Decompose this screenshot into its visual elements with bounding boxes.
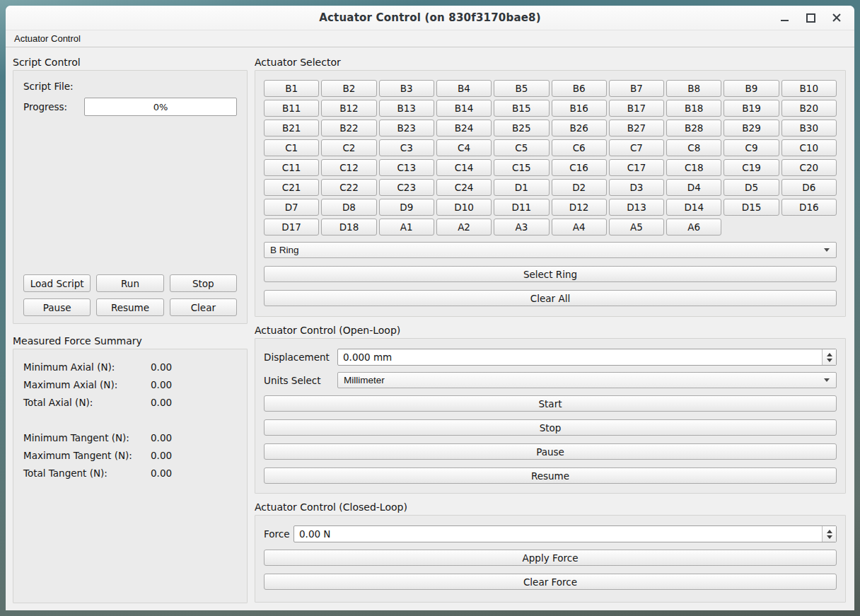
actuator-c13-button[interactable]: C13 (379, 159, 434, 176)
actuator-c6-button[interactable]: C6 (552, 139, 607, 156)
units-select-dropdown[interactable]: Millimeter (337, 372, 837, 388)
actuator-d17-button[interactable]: D17 (264, 219, 319, 236)
actuator-b15-button[interactable]: B15 (494, 100, 549, 117)
actuator-b4-button[interactable]: B4 (436, 80, 492, 97)
actuator-b14-button[interactable]: B14 (436, 100, 492, 117)
actuator-d13-button[interactable]: D13 (609, 199, 664, 216)
actuator-a6-button[interactable]: A6 (666, 219, 721, 236)
pause-button[interactable]: Pause (23, 298, 91, 316)
clear-force-button[interactable]: Clear Force (264, 574, 837, 590)
actuator-b25-button[interactable]: B25 (494, 120, 549, 136)
actuator-d4-button[interactable]: D4 (666, 179, 721, 196)
load-script-button[interactable]: Load Script (23, 274, 91, 292)
actuator-c7-button[interactable]: C7 (609, 139, 664, 156)
actuator-b5-button[interactable]: B5 (494, 80, 549, 97)
actuator-b29-button[interactable]: B29 (724, 120, 779, 136)
actuator-b30-button[interactable]: B30 (781, 120, 837, 136)
actuator-b2-button[interactable]: B2 (321, 80, 376, 97)
displacement-spin-buttons[interactable] (822, 349, 836, 365)
actuator-b3-button[interactable]: B3 (379, 80, 434, 97)
actuator-d7-button[interactable]: D7 (264, 199, 319, 216)
actuator-d8-button[interactable]: D8 (321, 199, 376, 216)
actuator-b12-button[interactable]: B12 (321, 100, 376, 117)
actuator-b26-button[interactable]: B26 (552, 120, 607, 136)
actuator-b7-button[interactable]: B7 (609, 80, 664, 97)
close-button[interactable] (829, 10, 844, 25)
actuator-b10-button[interactable]: B10 (781, 80, 837, 97)
menu-actuator-control[interactable]: Actuator Control (9, 32, 86, 45)
actuator-c1-button[interactable]: C1 (264, 139, 319, 156)
actuator-c19-button[interactable]: C19 (724, 159, 779, 176)
spin-up-icon[interactable] (827, 353, 832, 356)
select-ring-button[interactable]: Select Ring (264, 266, 837, 282)
actuator-b8-button[interactable]: B8 (666, 80, 721, 97)
apply-force-button[interactable]: Apply Force (264, 550, 837, 566)
actuator-b16-button[interactable]: B16 (552, 100, 607, 117)
actuator-d6-button[interactable]: D6 (781, 179, 837, 196)
actuator-d14-button[interactable]: D14 (666, 199, 721, 216)
force-spin-buttons[interactable] (822, 526, 836, 542)
actuator-b17-button[interactable]: B17 (609, 100, 664, 117)
actuator-b22-button[interactable]: B22 (321, 120, 376, 136)
actuator-b21-button[interactable]: B21 (264, 120, 319, 136)
stop-button[interactable]: Stop (170, 274, 237, 292)
actuator-b6-button[interactable]: B6 (552, 80, 607, 97)
actuator-b27-button[interactable]: B27 (609, 120, 664, 136)
open-loop-resume-button[interactable]: Resume (264, 467, 837, 484)
run-button[interactable]: Run (96, 274, 163, 292)
open-loop-pause-button[interactable]: Pause (264, 443, 837, 460)
actuator-d11-button[interactable]: D11 (494, 199, 549, 216)
actuator-b24-button[interactable]: B24 (436, 120, 492, 136)
actuator-c10-button[interactable]: C10 (781, 139, 837, 156)
actuator-c24-button[interactable]: C24 (436, 179, 492, 196)
actuator-c21-button[interactable]: C21 (264, 179, 319, 196)
ring-select-dropdown[interactable]: B Ring (264, 242, 837, 258)
resume-button[interactable]: Resume (96, 298, 163, 316)
actuator-c20-button[interactable]: C20 (781, 159, 837, 176)
actuator-d3-button[interactable]: D3 (609, 179, 664, 196)
clear-button[interactable]: Clear (170, 298, 237, 316)
actuator-a5-button[interactable]: A5 (609, 219, 664, 236)
force-spinbox[interactable] (294, 525, 837, 542)
actuator-d10-button[interactable]: D10 (436, 199, 492, 216)
actuator-d16-button[interactable]: D16 (781, 199, 837, 216)
actuator-a3-button[interactable]: A3 (494, 219, 549, 236)
actuator-c5-button[interactable]: C5 (494, 139, 549, 156)
actuator-d18-button[interactable]: D18 (321, 219, 376, 236)
spin-down-icon[interactable] (827, 359, 832, 362)
actuator-c8-button[interactable]: C8 (666, 139, 721, 156)
actuator-b20-button[interactable]: B20 (781, 100, 837, 117)
actuator-a4-button[interactable]: A4 (552, 219, 607, 236)
actuator-b28-button[interactable]: B28 (666, 120, 721, 136)
actuator-b11-button[interactable]: B11 (264, 100, 319, 117)
actuator-c9-button[interactable]: C9 (724, 139, 779, 156)
actuator-c22-button[interactable]: C22 (321, 179, 376, 196)
minimize-button[interactable] (777, 10, 792, 25)
maximize-button[interactable] (803, 10, 818, 25)
actuator-d5-button[interactable]: D5 (724, 179, 779, 196)
actuator-d15-button[interactable]: D15 (724, 199, 779, 216)
actuator-b23-button[interactable]: B23 (379, 120, 434, 136)
actuator-c11-button[interactable]: C11 (264, 159, 319, 176)
displacement-spinbox[interactable] (337, 349, 837, 366)
actuator-c18-button[interactable]: C18 (666, 159, 721, 176)
actuator-c15-button[interactable]: C15 (494, 159, 549, 176)
actuator-c23-button[interactable]: C23 (379, 179, 434, 196)
actuator-b9-button[interactable]: B9 (724, 80, 779, 97)
actuator-c2-button[interactable]: C2 (321, 139, 376, 156)
title-bar[interactable]: Actuator Control (on 830f3170bae8) (6, 6, 854, 30)
actuator-c4-button[interactable]: C4 (436, 139, 492, 156)
actuator-d2-button[interactable]: D2 (552, 179, 607, 196)
open-loop-start-button[interactable]: Start (264, 395, 837, 412)
actuator-c16-button[interactable]: C16 (552, 159, 607, 176)
actuator-d1-button[interactable]: D1 (494, 179, 549, 196)
actuator-c14-button[interactable]: C14 (436, 159, 492, 176)
actuator-c12-button[interactable]: C12 (321, 159, 376, 176)
actuator-c17-button[interactable]: C17 (609, 159, 664, 176)
actuator-b13-button[interactable]: B13 (379, 100, 434, 117)
displacement-input[interactable] (338, 349, 822, 365)
spin-down-icon[interactable] (827, 535, 832, 539)
actuator-d9-button[interactable]: D9 (379, 199, 434, 216)
actuator-c3-button[interactable]: C3 (379, 139, 434, 156)
actuator-b18-button[interactable]: B18 (666, 100, 721, 117)
